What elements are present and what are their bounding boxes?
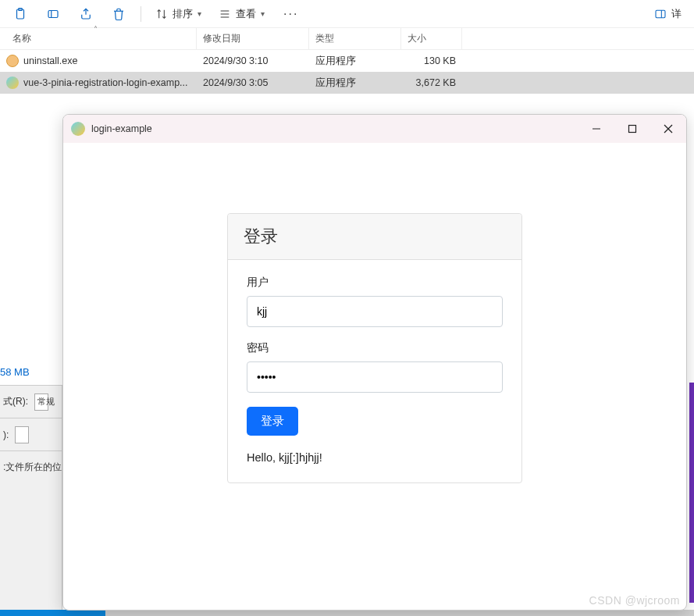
more-button[interactable]: ··· (274, 7, 308, 21)
style-row: 式(R): 常规 (0, 386, 62, 418)
chevron-down-icon: ▾ (261, 9, 265, 18)
login-app-window: login-example 登录 用户 密码 登录 Hello, kjj[:]h… (62, 114, 687, 611)
col-header-name[interactable]: 名称 ˄ (0, 28, 197, 49)
progress-bar-track (105, 610, 694, 616)
col-header-size[interactable]: 大小 (401, 28, 462, 49)
file-icon (6, 55, 19, 67)
minimize-button[interactable] (578, 115, 614, 143)
app-body: 登录 用户 密码 登录 Hello, kjj[:]hjhjj! (63, 143, 686, 483)
maximize-button[interactable] (614, 115, 650, 143)
titlebar: login-example (63, 115, 686, 143)
file-type: 应用程序 (309, 77, 401, 90)
user-input[interactable] (247, 296, 503, 327)
greeting-text: Hello, kjj[:]hjhjj! (247, 451, 503, 464)
app-icon (71, 122, 85, 136)
delete-button[interactable] (103, 1, 134, 27)
share-button[interactable] (70, 1, 101, 27)
file-size: 130 KB (401, 55, 462, 66)
file-list: uninstall.exe2024/9/30 3:10应用程序130 KBvue… (0, 50, 694, 94)
file-date: 2024/9/30 3:05 (197, 77, 309, 88)
sort-dropdown[interactable]: 排序 ▾ (148, 1, 209, 27)
details-pane-icon (654, 8, 667, 20)
password-label: 密码 (247, 341, 503, 355)
sort-icon (155, 8, 168, 20)
view-dropdown[interactable]: 查看 ▾ (211, 1, 272, 27)
progress-bar-filled (0, 610, 105, 616)
right-edge-strip (689, 383, 694, 603)
file-name: vue-3-pinia-registration-login-examp... (23, 77, 188, 88)
file-row[interactable]: vue-3-pinia-registration-login-examp...2… (0, 72, 694, 94)
login-card: 登录 用户 密码 登录 Hello, kjj[:]hjhjj! (227, 213, 522, 483)
left-partial-panel: 58 MB 式(R): 常规 ): :文件所在的位 (0, 366, 62, 616)
card-title: 登录 (228, 214, 521, 260)
style-dropdown[interactable]: 常规 (34, 393, 48, 411)
column-headers: 名称 ˄ 修改日期 类型 大小 (0, 28, 694, 50)
details-pane-button[interactable]: 详 (646, 1, 689, 27)
file-size: 3,672 KB (401, 77, 462, 88)
file-date: 2024/9/30 3:10 (197, 55, 309, 66)
file-name: uninstall.exe (23, 55, 78, 66)
password-input[interactable] (247, 361, 503, 393)
rename-button[interactable] (37, 1, 69, 27)
disk-size: 58 MB (0, 366, 30, 378)
user-label: 用户 (247, 276, 503, 290)
login-button[interactable]: 登录 (247, 407, 298, 436)
location-row: :文件所在的位 (0, 451, 62, 474)
sort-asc-icon: ˄ (94, 25, 98, 34)
file-row[interactable]: uninstall.exe2024/9/30 3:10应用程序130 KB (0, 50, 694, 72)
col-header-modified[interactable]: 修改日期 (197, 28, 309, 49)
col-header-type[interactable]: 类型 (309, 28, 401, 49)
chevron-down-icon: ▾ (198, 9, 201, 18)
details-label: 详 (671, 7, 682, 21)
view-label: 查看 (236, 7, 256, 21)
svg-rect-2 (48, 10, 58, 17)
view-icon (219, 8, 231, 20)
explorer-toolbar: 排序 ▾ 查看 ▾ ··· 详 (0, 0, 694, 28)
toolbar-divider (141, 6, 141, 22)
close-button[interactable] (650, 115, 686, 143)
file-type: 应用程序 (309, 55, 401, 68)
watermark: CSDN @wjcroom (589, 594, 680, 607)
input-box[interactable] (15, 426, 29, 443)
paste-button[interactable] (5, 1, 36, 27)
window-title: login-example (91, 123, 152, 134)
colon-row: ): (0, 418, 62, 451)
file-icon (6, 77, 19, 89)
svg-rect-6 (656, 10, 665, 17)
svg-rect-9 (629, 126, 636, 133)
sort-label: 排序 (173, 7, 193, 21)
